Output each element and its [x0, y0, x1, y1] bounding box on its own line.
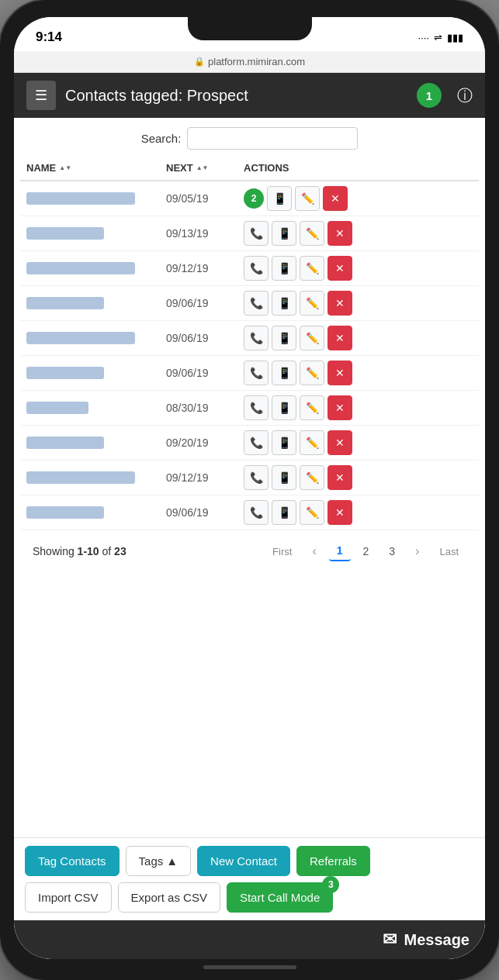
table-row: 09/13/19 📞 📱 ✏️ ✕	[20, 216, 479, 251]
delete-button[interactable]: ✕	[327, 430, 352, 455]
import-csv-button[interactable]: Import CSV	[25, 882, 112, 913]
last-page-link[interactable]: Last	[431, 543, 466, 561]
next-date: 09/06/19	[166, 506, 244, 519]
edit-button[interactable]: ✏️	[300, 221, 324, 246]
message-button[interactable]: ✉ Message	[383, 930, 470, 950]
delete-button[interactable]: ✕	[327, 500, 352, 525]
next-page-link[interactable]: ›	[407, 541, 427, 561]
showing-text: Showing 1-10 of 23	[33, 545, 260, 557]
browser-url: platform.mimiran.com	[208, 56, 305, 67]
mobile-button[interactable]: 📱	[272, 221, 296, 246]
actions-cell: 📞 📱 ✏️ ✕	[244, 256, 473, 281]
actions-cell: 📞 📱 ✏️ ✕	[244, 326, 473, 350]
edit-button[interactable]: ✏️	[300, 465, 324, 490]
contact-name	[26, 437, 104, 449]
edit-button[interactable]: ✏️	[300, 395, 324, 420]
next-date: 09/20/19	[166, 437, 244, 449]
phone-button[interactable]: 📞	[244, 291, 269, 316]
referrals-button[interactable]: Referrals	[296, 846, 370, 876]
edit-button[interactable]: ✏️	[300, 430, 324, 455]
row-badge: 2	[244, 188, 264, 209]
table-header: NAME ▲▼ NEXT ▲▼ ACTIONS	[20, 156, 479, 181]
mobile-button[interactable]: 📱	[272, 291, 296, 316]
mobile-button[interactable]: 📱	[272, 326, 296, 350]
status-icons: ···· ⇌ ▮▮▮	[418, 32, 463, 43]
contact-name	[26, 297, 104, 309]
delete-button[interactable]: ✕	[327, 291, 352, 316]
contact-name	[26, 262, 135, 274]
phone-button[interactable]: 📞	[244, 465, 269, 490]
start-call-mode-wrapper: Start Call Mode 3	[227, 882, 333, 913]
contact-name	[26, 332, 135, 344]
phone-button[interactable]: 📞	[244, 395, 269, 420]
status-time: 9:14	[36, 29, 62, 45]
export-csv-button[interactable]: Export as CSV	[118, 882, 220, 913]
search-input[interactable]	[187, 127, 358, 150]
first-page-link[interactable]: First	[265, 543, 300, 561]
col-actions: ACTIONS	[244, 162, 473, 174]
contact-name	[26, 192, 135, 205]
contact-name	[26, 367, 104, 379]
mobile-button[interactable]: 📱	[272, 256, 296, 281]
mobile-button[interactable]: 📱	[272, 430, 296, 455]
table-row: 09/12/19 📞 📱 ✏️ ✕	[20, 251, 479, 286]
next-date: 09/13/19	[166, 227, 244, 240]
contacts-table: NAME ▲▼ NEXT ▲▼ ACTIONS 09/05/19 2 �	[14, 156, 485, 572]
search-label: Search:	[141, 132, 182, 145]
edit-button[interactable]: ✏️	[295, 186, 320, 211]
call-mode-badge: 3	[322, 876, 339, 893]
next-date: 09/12/19	[166, 471, 244, 484]
home-bar	[203, 965, 296, 969]
edit-button[interactable]: ✏️	[300, 500, 324, 525]
next-date: 09/06/19	[166, 332, 244, 344]
name-sort-arrows[interactable]: ▲▼	[59, 165, 71, 171]
edit-button[interactable]: ✏️	[300, 291, 324, 316]
col-name: NAME ▲▼	[26, 162, 166, 174]
table-row: 09/06/19 📞 📱 ✏️ ✕	[20, 356, 479, 391]
delete-button[interactable]: ✕	[327, 465, 352, 490]
phone-button[interactable]: 📞	[244, 256, 269, 281]
actions-cell: 📞 📱 ✏️ ✕	[244, 291, 473, 316]
page-3-link[interactable]: 3	[381, 542, 403, 561]
search-row: Search:	[14, 118, 485, 156]
tags-button[interactable]: Tags ▲	[126, 846, 192, 876]
delete-button[interactable]: ✕	[327, 221, 352, 246]
phone-button[interactable]: 📞	[244, 500, 269, 525]
message-icon: ✉	[383, 930, 397, 950]
delete-button[interactable]: ✕	[327, 361, 352, 385]
phone-button[interactable]: 📞	[244, 326, 269, 350]
info-button[interactable]: ⓘ	[457, 85, 473, 106]
delete-button[interactable]: ✕	[323, 186, 348, 211]
page-2-link[interactable]: 2	[355, 542, 377, 561]
phone-button[interactable]: 📞	[244, 430, 269, 455]
edit-button[interactable]: ✏️	[300, 326, 324, 350]
next-date: 09/05/19	[166, 192, 244, 205]
table-row: 08/30/19 📞 📱 ✏️ ✕	[20, 391, 479, 426]
phone-button[interactable]: 📞	[244, 221, 269, 246]
delete-button[interactable]: ✕	[327, 256, 352, 281]
tag-contacts-button[interactable]: Tag Contacts	[25, 846, 120, 876]
mobile-button[interactable]: 📱	[272, 500, 296, 525]
next-date: 08/30/19	[166, 402, 244, 414]
mobile-button[interactable]: 📱	[272, 395, 296, 420]
mobile-button[interactable]: 📱	[272, 361, 296, 385]
home-indicator	[203, 959, 296, 980]
new-contact-button[interactable]: New Contact	[197, 846, 290, 876]
contact-name	[26, 227, 104, 240]
mobile-button[interactable]: 📱	[267, 186, 292, 211]
edit-button[interactable]: ✏️	[300, 256, 324, 281]
browser-bar: 🔒 platform.mimiran.com	[14, 51, 485, 73]
edit-button[interactable]: ✏️	[300, 361, 324, 385]
prev-page-link[interactable]: ‹	[304, 541, 324, 561]
start-call-mode-button[interactable]: Start Call Mode	[227, 882, 333, 913]
delete-button[interactable]: ✕	[327, 326, 352, 350]
next-date: 09/12/19	[166, 262, 244, 274]
menu-button[interactable]: ☰	[26, 81, 56, 110]
next-date: 09/06/19	[166, 367, 244, 379]
mobile-button[interactable]: 📱	[272, 465, 296, 490]
delete-button[interactable]: ✕	[327, 395, 352, 420]
next-date: 09/06/19	[166, 297, 244, 309]
next-sort-arrows[interactable]: ▲▼	[196, 165, 209, 171]
phone-button[interactable]: 📞	[244, 361, 269, 385]
page-1-link[interactable]: 1	[329, 541, 351, 561]
